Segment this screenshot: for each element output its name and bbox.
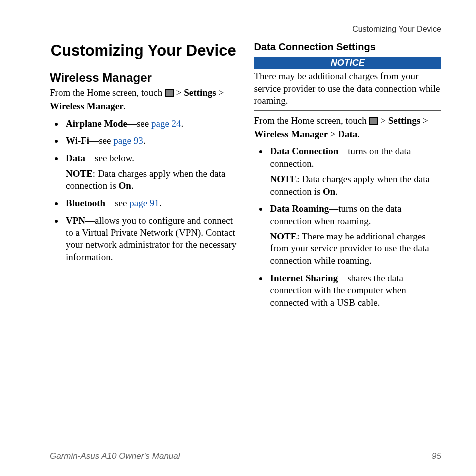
item-label: Data Connection xyxy=(270,146,339,156)
header-rule xyxy=(50,36,441,36)
text: —see xyxy=(105,198,129,208)
note-bold: On xyxy=(119,180,131,191)
item-label: Airplane Mode xyxy=(66,118,127,129)
svg-rect-7 xyxy=(370,123,377,124)
note: NOTE: Data charges apply when the data c… xyxy=(270,173,442,198)
left-column: Customizing Your Device Wireless Manager… xyxy=(50,41,237,314)
menu-icon xyxy=(165,88,174,100)
running-header: Customizing Your Device xyxy=(50,25,441,34)
item-label: Data xyxy=(66,153,85,163)
text: > xyxy=(378,115,388,126)
data-connection-list: Data Connection—turns on the data connec… xyxy=(254,145,442,309)
path-wireless-manager: Wireless Manager xyxy=(50,101,124,111)
notice-body: There may be additional charges from you… xyxy=(254,69,442,111)
menu-icon xyxy=(369,116,378,128)
right-column: Data Connection Settings NOTICE There ma… xyxy=(254,41,442,314)
svg-rect-1 xyxy=(166,91,173,92)
item-label: Bluetooth xyxy=(66,198,105,208)
svg-rect-2 xyxy=(166,93,173,94)
path-data: Data xyxy=(338,129,357,139)
list-item: Data Connection—turns on the data connec… xyxy=(268,145,442,198)
wireless-manager-path: From the Home screen, touch > Settings >… xyxy=(50,87,237,112)
svg-rect-6 xyxy=(370,121,377,122)
section-heading-wireless-manager: Wireless Manager xyxy=(50,71,237,85)
text: . xyxy=(159,198,162,208)
svg-rect-5 xyxy=(370,119,377,120)
list-item: Internet Sharing—shares the data connect… xyxy=(268,272,442,309)
text: > xyxy=(328,129,338,139)
text: . xyxy=(124,101,126,111)
text: > xyxy=(216,87,224,98)
text: . xyxy=(131,180,134,191)
path-settings: Settings xyxy=(388,115,420,126)
item-label: Internet Sharing xyxy=(270,273,338,283)
item-label: Data Roaming xyxy=(270,203,329,214)
note-label: NOTE xyxy=(270,174,297,184)
text: > xyxy=(174,87,184,98)
note: NOTE: There may be additional charges fr… xyxy=(270,231,442,267)
list-item: Data Roaming—turns on the data connectio… xyxy=(268,203,442,267)
text: . xyxy=(357,129,360,139)
footer-title: Garmin-Asus A10 Owner's Manual xyxy=(50,451,180,461)
text: From the Home screen, touch xyxy=(254,115,369,126)
list-item: Wi-Fi—see page 93. xyxy=(64,135,237,147)
list-item: VPN—allows you to configure and connect … xyxy=(64,215,237,264)
item-label: Wi-Fi xyxy=(66,135,89,146)
text: From the Home screen, touch xyxy=(50,87,165,98)
page-link[interactable]: page 91 xyxy=(129,198,159,208)
text: —see below. xyxy=(85,153,134,163)
page-number: 95 xyxy=(432,451,441,461)
note-label: NOTE xyxy=(270,231,297,241)
list-item: Airplane Mode—see page 24. xyxy=(64,118,237,130)
notice-bar: NOTICE xyxy=(254,57,442,69)
chapter-title: Customizing Your Device xyxy=(50,41,237,60)
text: > xyxy=(420,115,428,126)
text: . xyxy=(181,118,184,129)
svg-rect-3 xyxy=(166,95,173,96)
note: NOTE: Data charges apply when the data c… xyxy=(66,168,237,192)
note-bold: On xyxy=(323,186,335,197)
page-link[interactable]: page 93 xyxy=(113,135,143,146)
page-footer: Garmin-Asus A10 Owner's Manual 95 xyxy=(50,446,441,461)
path-wireless-manager: Wireless Manager xyxy=(254,129,328,139)
notice-box: NOTICE There may be additional charges f… xyxy=(254,57,442,111)
text: . xyxy=(143,135,146,146)
page-link[interactable]: page 24 xyxy=(151,118,181,129)
text: . xyxy=(335,186,338,197)
text: —see xyxy=(89,135,113,146)
path-settings: Settings xyxy=(184,87,216,98)
wireless-manager-list: Airplane Mode—see page 24. Wi-Fi—see pag… xyxy=(50,118,237,264)
note-label: NOTE xyxy=(66,168,93,179)
text: —see xyxy=(127,118,151,129)
list-item: Bluetooth—see page 91. xyxy=(64,197,237,210)
text: —allows you to configure and connect to … xyxy=(66,215,236,262)
data-connection-path: From the Home screen, touch > Settings >… xyxy=(254,115,442,140)
list-item: Data—see below. NOTE: Data charges apply… xyxy=(64,152,237,192)
subsection-heading-data-connection: Data Connection Settings xyxy=(254,41,442,53)
item-label: VPN xyxy=(66,215,85,226)
